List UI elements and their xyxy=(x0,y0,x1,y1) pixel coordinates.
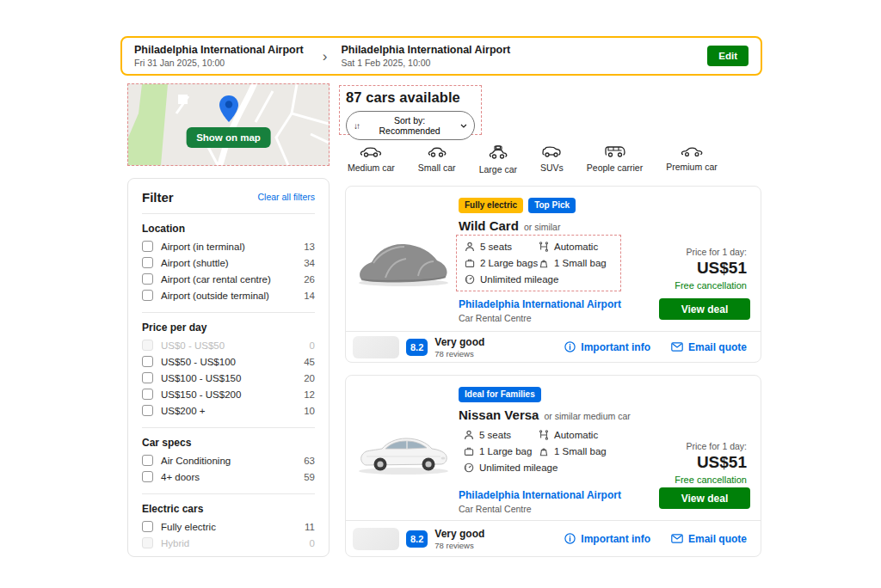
transmission-spec: Automatic xyxy=(539,242,613,252)
filter-option-count: 63 xyxy=(304,456,315,466)
filter-option-label: Airport (shuttle) xyxy=(161,258,229,268)
suv-icon xyxy=(542,145,561,158)
dropoff-summary[interactable]: Philadelphia International Airport Sat 1… xyxy=(341,44,510,68)
filter-option-price-150-200[interactable]: US$150 - US$200 12 xyxy=(142,386,315,402)
category-label: Small car xyxy=(418,162,456,173)
important-info-link[interactable]: Important info xyxy=(564,533,650,545)
category-suvs[interactable]: SUVs xyxy=(540,145,564,175)
clear-all-filters-link[interactable]: Clear all filters xyxy=(257,192,315,202)
large-bag-icon xyxy=(464,446,474,456)
filter-option-count: 0 xyxy=(310,340,315,351)
price-label: Price for 1 day: xyxy=(675,441,747,451)
checkbox[interactable] xyxy=(142,471,153,482)
large-bags-spec: 1 Large bag xyxy=(464,446,539,456)
filter-option-label: Airport (in terminal) xyxy=(161,242,245,252)
important-info-link[interactable]: Important info xyxy=(564,341,650,353)
checkbox[interactable] xyxy=(142,372,153,383)
checkbox[interactable] xyxy=(142,356,153,367)
results-count-heading: 87 cars available xyxy=(346,89,475,106)
supplier-location-link[interactable]: Philadelphia International Airport xyxy=(459,298,621,310)
view-deal-button[interactable]: View deal xyxy=(659,298,750,320)
supplier-location-link[interactable]: Philadelphia International Airport xyxy=(459,489,621,501)
large-bags-value: 2 Large bags xyxy=(480,258,538,268)
filter-option-count: 26 xyxy=(304,274,315,285)
map-pin-icon xyxy=(219,95,239,124)
checkbox[interactable] xyxy=(142,389,153,400)
checkbox[interactable] xyxy=(142,241,153,252)
filter-option-airport-in-terminal[interactable]: Airport (in terminal) 13 xyxy=(142,238,315,254)
price-label: Price for 1 day: xyxy=(675,247,747,257)
car-result-card-nissan-versa: Ideal for Families Nissan Versa or simil… xyxy=(345,375,761,557)
small-bag-icon xyxy=(539,258,549,268)
category-premium-car[interactable]: Premium car xyxy=(666,145,718,175)
filter-option-air-conditioning[interactable]: Air Conditioning 63 xyxy=(142,452,315,469)
free-cancellation-label: Free cancellation xyxy=(675,280,747,291)
small-car-icon xyxy=(428,145,447,158)
category-large-car[interactable]: Large car xyxy=(479,145,517,175)
price-value: US$51 xyxy=(675,453,747,472)
email-quote-link[interactable]: Email quote xyxy=(671,533,747,545)
filter-option-label: US$200 + xyxy=(161,406,205,416)
mileage-spec: Unlimited mileage xyxy=(464,462,613,473)
view-deal-button[interactable]: View deal xyxy=(659,487,750,509)
results-header: 87 cars available ↓↑ Sort by: Recommende… xyxy=(339,85,482,135)
filter-option-price-100-150[interactable]: US$100 - US$150 20 xyxy=(142,370,315,386)
checkbox xyxy=(142,537,153,548)
search-summary-bar: Philadelphia International Airport Fri 3… xyxy=(120,36,762,76)
filter-option-count: 0 xyxy=(310,538,315,548)
filter-option-count: 59 xyxy=(304,472,315,482)
large-bag-icon xyxy=(465,258,475,268)
pickup-location: Philadelphia International Airport xyxy=(134,44,304,56)
category-small-car[interactable]: Small car xyxy=(418,145,456,175)
seats-icon xyxy=(464,430,474,440)
category-filter-row: Medium car Small car Large car xyxy=(348,145,718,175)
filter-option-price-200-plus[interactable]: US$200 + 10 xyxy=(142,402,315,419)
seats-value: 5 seats xyxy=(480,242,512,252)
price-value: US$51 xyxy=(675,259,747,278)
filter-option-airport-outside-terminal[interactable]: Airport (outside terminal) 14 xyxy=(142,287,315,303)
pickup-summary[interactable]: Philadelphia International Airport Fri 3… xyxy=(134,44,304,68)
show-on-map-button[interactable]: Show on map xyxy=(186,127,271,148)
checkbox[interactable] xyxy=(142,290,153,301)
van-icon xyxy=(605,145,625,158)
filter-option-price-0-50: US$0 - US$50 0 xyxy=(142,337,315,353)
email-quote-link[interactable]: Email quote xyxy=(671,341,747,353)
price-block: Price for 1 day: US$51 Free cancellation xyxy=(675,247,747,291)
email-icon xyxy=(671,534,683,543)
small-bags-value: 1 Small bag xyxy=(554,258,607,268)
sort-dropdown[interactable]: ↓↑ Sort by: Recommended xyxy=(346,111,475,140)
transmission-value: Automatic xyxy=(554,430,598,440)
checkbox[interactable] xyxy=(142,257,153,268)
edit-search-button[interactable]: Edit xyxy=(707,46,749,66)
divider xyxy=(142,312,315,313)
seats-spec: 5 seats xyxy=(465,242,539,252)
free-cancellation-label: Free cancellation xyxy=(675,475,747,485)
top-pick-badge: Top Pick xyxy=(528,198,576,213)
dropoff-datetime: Sat 1 Feb 2025, 10:00 xyxy=(341,58,510,68)
filter-option-fully-electric[interactable]: Fully electric 11 xyxy=(142,518,315,535)
category-people-carrier[interactable]: People carrier xyxy=(587,145,643,175)
filter-section-electric-cars-title: Electric cars xyxy=(142,503,315,518)
small-bags-value: 1 Small bag xyxy=(554,446,607,456)
category-label: People carrier xyxy=(587,162,643,173)
filter-option-price-50-100[interactable]: US$50 - US$100 45 xyxy=(142,353,315,370)
car-subtitle: or similar xyxy=(524,222,561,232)
checkbox[interactable] xyxy=(142,273,153,285)
checkbox[interactable] xyxy=(142,455,153,466)
filter-option-label: US$100 - US$150 xyxy=(161,373,241,383)
checkbox[interactable] xyxy=(142,405,153,416)
category-medium-car[interactable]: Medium car xyxy=(348,145,395,175)
filter-option-airport-car-rental-centre[interactable]: Airport (car rental centre) 26 xyxy=(142,271,315,287)
category-label: Medium car xyxy=(348,162,395,173)
medium-car-icon xyxy=(360,145,382,158)
sort-arrows-icon: ↓↑ xyxy=(354,121,359,131)
filter-option-airport-shuttle[interactable]: Airport (shuttle) 34 xyxy=(142,254,315,271)
chevron-down-icon xyxy=(460,124,467,128)
filter-option-4plus-doors[interactable]: 4+ doors 59 xyxy=(142,469,315,485)
divider xyxy=(142,427,315,428)
checkbox[interactable] xyxy=(142,521,153,532)
dropoff-location: Philadelphia International Airport xyxy=(341,44,510,56)
map-thumbnail[interactable]: Show on map xyxy=(127,83,330,166)
pickup-datetime: Fri 31 Jan 2025, 10:00 xyxy=(134,58,304,68)
divider xyxy=(142,213,315,214)
